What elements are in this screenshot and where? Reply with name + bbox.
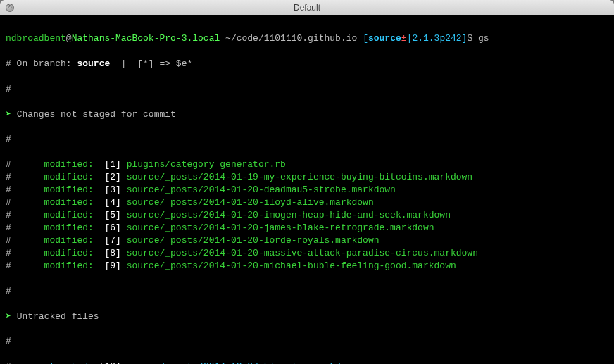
branch-suffix: | [*] => $e* [110,58,192,69]
hash-prefix: # [6,184,44,195]
file-index: [4] [104,197,120,208]
prompt-ruby: 2.1.3p242 [412,33,461,44]
hash-prefix: # [6,197,44,208]
terminal-body[interactable]: ndbroadbent@Nathans-MacBook-Pro-3.local … [0,15,614,364]
file-path: source/_posts/2014-01-19-my-experience-b… [127,172,472,182]
modified-label: modified: [44,172,94,182]
hash-prefix: # [6,159,44,170]
modified-row: # modified: [7] source/_posts/2014-01-20… [6,234,608,247]
file-index: [8] [104,248,120,258]
hash-prefix: # [6,248,44,258]
hash-prefix: # [6,210,44,220]
hash-line: # [6,285,608,298]
file-path: source/_posts/2014-12-27-blogging.markdo… [127,361,358,364]
hash-prefix: # [6,261,44,271]
modified-label: modified: [44,159,94,170]
hash-line: # [6,133,608,146]
file-path: source/_posts/2014-01-20-lorde-royals.ma… [127,235,380,246]
prompt-host: Nathans-MacBook-Pro-3.local [72,33,220,44]
modified-row: # modified: [6] source/_posts/2014-01-20… [6,222,608,234]
untracked-row: # untracked: [10] source/_posts/2014-12-… [6,360,608,364]
arrow-icon: ➤ [6,311,17,322]
file-index: [10] [99,361,121,364]
modified-label: modified: [44,210,94,220]
modified-row: # modified: [1] plugins/category_generat… [6,158,608,171]
close-icon[interactable] [6,4,14,12]
untracked-label: Untracked files [17,311,99,322]
file-index: [7] [104,235,120,246]
modified-row: # modified: [3] source/_posts/2014-01-20… [6,184,608,196]
terminal-window: Default ndbroadbent@Nathans-MacBook-Pro-… [0,0,614,364]
file-path: source/_posts/2014-01-20-iloyd-alive.mar… [127,197,374,208]
file-index: [9] [104,261,120,271]
changes-header: ➤ Changes not staged for commit [6,108,608,121]
prompt-at: @ [66,33,72,44]
file-index: [5] [104,210,120,220]
file-path: source/_posts/2014-01-20-james-blake-ret… [127,222,434,233]
modified-label: modified: [44,235,94,246]
file-path: plugins/category_generator.rb [127,159,286,170]
arrow-icon: ➤ [6,109,17,120]
modified-row: # modified: [4] source/_posts/2014-01-20… [6,196,608,209]
modified-row: # modified: [8] source/_posts/2014-01-20… [6,247,608,260]
hash-prefix: # [6,172,44,182]
changes-label: Changes not staged for commit [17,109,176,120]
prompt-cwd: ~/code/1101110.github.io [220,33,363,44]
file-index: [1] [104,159,120,170]
untracked-header: ➤ Untracked files [6,310,608,323]
prompt-lb: [ [363,33,368,44]
file-path: source/_posts/2014-01-20-deadmau5-strobe… [127,184,396,195]
modified-row: # modified: [9] source/_posts/2014-01-20… [6,260,608,272]
hash-prefix: # [6,222,44,233]
file-index: [2] [104,172,120,182]
titlebar: Default [0,0,614,15]
hash-prefix: # [6,235,44,246]
prompt-dirty: ± [401,33,407,44]
hash-prefix: # [6,361,39,364]
file-path: source/_posts/2014-01-20-massive-attack-… [127,248,478,258]
file-path: source/_posts/2014-01-20-imogen-heap-hid… [127,210,451,220]
prompt-line-1: ndbroadbent@Nathans-MacBook-Pro-3.local … [6,32,608,45]
modified-label: modified: [44,248,94,258]
modified-row: # modified: [5] source/_posts/2014-01-20… [6,209,608,222]
modified-label: modified: [44,197,94,208]
modified-label: modified: [44,184,94,195]
branch-name: source [77,58,110,69]
prompt-user: ndbroadbent [6,33,66,44]
modified-label: modified: [44,222,94,233]
file-path: source/_posts/2014-01-20-michael-buble-f… [127,261,456,271]
hash-line: # [6,335,608,348]
modified-label: modified: [44,261,94,271]
window-title: Default [0,3,614,13]
modified-row: # modified: [2] source/_posts/2014-01-19… [6,171,608,184]
branch-info-line: # On branch: source | [*] => $e* [6,58,608,70]
prompt-branch: source [368,33,401,44]
branch-prefix: # On branch: [6,58,77,69]
file-index: [6] [104,222,120,233]
untracked-status-label: untracked: [39,361,94,364]
prompt-dollar: $ [467,33,478,44]
file-index: [3] [104,184,120,195]
prompt-cmd: gs [478,33,489,44]
hash-line: # [6,83,608,96]
